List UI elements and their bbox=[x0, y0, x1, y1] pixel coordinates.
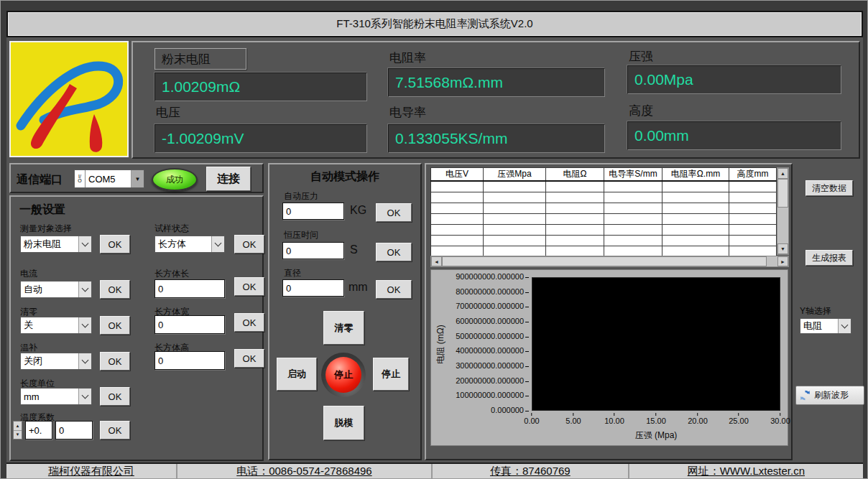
y-tick-label: 200000000.000000 bbox=[456, 376, 529, 385]
temp-coeff-input[interactable] bbox=[55, 421, 93, 440]
resistance-display: 1.00209mΩ bbox=[154, 73, 367, 101]
x-tick-label: 25.00 bbox=[729, 413, 749, 425]
combo-arrow-button[interactable]: ▼ bbox=[131, 170, 144, 187]
table-row bbox=[431, 203, 777, 214]
table-row bbox=[431, 236, 777, 246]
temp-coeff-exponent-input[interactable] bbox=[25, 421, 52, 440]
refresh-icon bbox=[800, 390, 811, 401]
cuboid-width-ok-button[interactable]: OK bbox=[234, 313, 264, 332]
stop-led-inner: 停止 bbox=[326, 357, 361, 393]
x-tick-label: 0.00 bbox=[524, 413, 539, 425]
general-settings-title: 一般设置 bbox=[19, 203, 65, 218]
length-unit-select[interactable]: mm bbox=[20, 388, 92, 405]
start-button[interactable]: 启动 bbox=[277, 358, 317, 391]
sample-state-select[interactable]: 长方体 bbox=[154, 236, 225, 253]
y-tick-label: 0.000000 bbox=[491, 406, 529, 414]
y-tick-label: 800000000.000000 bbox=[456, 287, 529, 296]
y-tick-label: 100000000.000000 bbox=[456, 391, 529, 399]
generate-report-button[interactable]: 生成报表 bbox=[805, 250, 853, 266]
scroll-down-icon[interactable]: ▼ bbox=[777, 243, 788, 254]
measure-object-select[interactable]: 粉末电阻 bbox=[20, 236, 92, 253]
auto-pressure-input[interactable] bbox=[282, 203, 344, 220]
general-settings-panel: 一般设置 测量对象选择 粉末电阻 OK 试样状态 长方体 OK 电流 自动 OK… bbox=[9, 195, 264, 461]
cuboid-height-ok-button[interactable]: OK bbox=[234, 349, 264, 368]
diameter-label: 直径 bbox=[284, 267, 301, 279]
chevron-down-icon[interactable] bbox=[78, 317, 91, 333]
chevron-down-icon[interactable] bbox=[211, 236, 224, 252]
cuboid-height-input[interactable] bbox=[154, 351, 225, 370]
hold-time-ok-button[interactable]: OK bbox=[376, 243, 412, 261]
hold-time-input[interactable] bbox=[282, 242, 344, 259]
chevron-down-icon[interactable] bbox=[78, 353, 91, 369]
stop-led: 停止 bbox=[321, 353, 366, 397]
data-table[interactable]: 电压V 压强Mpa 电阻Ω 电导率S/mm 电阻率Ω.mm 高度mm bbox=[430, 167, 777, 257]
table-vscrollbar[interactable]: ▲ ▼ bbox=[777, 167, 789, 255]
x-tick-label: 10.00 bbox=[604, 413, 624, 425]
temp-coeff-spinner[interactable]: ▲ ▼ bbox=[13, 421, 22, 440]
waveform-chart: 900000000.000000 800000000.000000 700000… bbox=[430, 269, 788, 446]
scroll-right-icon[interactable]: ► bbox=[777, 256, 788, 266]
hscroll-thumb[interactable] bbox=[442, 256, 767, 266]
measure-object-ok-button[interactable]: OK bbox=[100, 235, 130, 254]
refresh-waveform-button[interactable]: 刷新波形 bbox=[795, 386, 864, 405]
status-led: 成功 bbox=[152, 168, 198, 191]
scroll-up-icon[interactable]: ▲ bbox=[777, 168, 788, 179]
pressure-display: 0.00Mpa bbox=[627, 65, 841, 94]
chevron-down-icon[interactable] bbox=[78, 236, 91, 252]
cuboid-length-input[interactable] bbox=[154, 279, 225, 298]
y-tick-label: 300000000.000000 bbox=[456, 361, 529, 370]
x-tick-label: 20.00 bbox=[688, 413, 708, 425]
stop-led-label: 停止 bbox=[334, 368, 353, 381]
current-ok-button[interactable]: OK bbox=[100, 280, 130, 299]
table-row bbox=[431, 181, 777, 192]
chevron-down-icon[interactable] bbox=[78, 282, 91, 297]
spin-up-icon[interactable]: ▲ bbox=[14, 422, 22, 431]
conductivity-label: 电导率 bbox=[389, 104, 426, 121]
zero-button[interactable]: 清零 bbox=[323, 311, 364, 345]
data-panel: 电压V 压强Mpa 电阻Ω 电导率S/mm 电阻率Ω.mm 高度mm bbox=[425, 163, 793, 460]
chart-plot-area[interactable] bbox=[532, 277, 780, 411]
diameter-ok-button[interactable]: OK bbox=[376, 280, 412, 299]
footer-website: 网址：WWW.Lxtester.cn bbox=[629, 464, 863, 478]
hold-time-label: 恒压时间 bbox=[284, 229, 318, 241]
sample-state-ok-button[interactable]: OK bbox=[234, 235, 264, 254]
readings-panel: 粉末电阻 1.00209mΩ 电压 -1.00209mV 电阻率 7.51568… bbox=[131, 41, 860, 159]
chevron-down-icon[interactable] bbox=[838, 319, 851, 333]
y-axis-select[interactable]: 电阻 bbox=[800, 318, 851, 334]
temp-comp-select[interactable]: 关闭 bbox=[20, 353, 92, 370]
resistance-label: 粉末电阻 bbox=[162, 51, 211, 68]
page-title: FT-310系列智能粉末电阻率测试系统V2.0 bbox=[336, 17, 532, 31]
tab-powder-resistance[interactable]: 粉末电阻 bbox=[154, 48, 246, 70]
current-select[interactable]: 自动 bbox=[20, 281, 92, 298]
demold-button[interactable]: 脱模 bbox=[323, 406, 364, 440]
footer-phone: 电话：0086-0574-27868496 bbox=[177, 464, 433, 478]
status-led-label: 成功 bbox=[166, 174, 183, 186]
arrow-down-icon: ▼ bbox=[135, 176, 141, 182]
clear-data-button[interactable]: 清空数据 bbox=[805, 180, 853, 196]
stop-button[interactable]: 停止 bbox=[373, 358, 409, 391]
zeroing-select[interactable]: 关 bbox=[20, 317, 92, 334]
footer-company: 瑞柯仪器有限公司 bbox=[6, 464, 177, 478]
scroll-left-icon[interactable]: ◄ bbox=[431, 256, 442, 266]
cuboid-length-label: 长方体长 bbox=[154, 268, 189, 280]
title-bar: FT-310系列智能粉末电阻率测试系统V2.0 bbox=[6, 11, 863, 37]
chevron-down-icon[interactable] bbox=[78, 389, 91, 404]
app-window: FT-310系列智能粉末电阻率测试系统V2.0 粉末电阻 1.00209mΩ 电… bbox=[0, 0, 868, 479]
comm-panel: 通信端口 I/ O COM5 ▼ 成功 连接 bbox=[9, 163, 264, 193]
length-unit-ok-button[interactable]: OK bbox=[100, 387, 130, 406]
diameter-input[interactable] bbox=[282, 279, 344, 297]
vscroll-thumb[interactable] bbox=[777, 179, 788, 208]
col-height: 高度mm bbox=[729, 168, 777, 182]
auto-pressure-ok-button[interactable]: OK bbox=[376, 203, 412, 222]
table-hscrollbar[interactable]: ◄ ► bbox=[430, 256, 789, 267]
temp-coeff-ok-button[interactable]: OK bbox=[100, 421, 130, 440]
com-port-select[interactable]: I/ O COM5 ▼ bbox=[74, 169, 144, 188]
spin-down-icon[interactable]: ▼ bbox=[14, 431, 22, 440]
auto-mode-title: 自动模式操作 bbox=[269, 169, 420, 185]
temp-comp-ok-button[interactable]: OK bbox=[100, 352, 130, 371]
cuboid-length-ok-button[interactable]: OK bbox=[234, 277, 264, 296]
zeroing-ok-button[interactable]: OK bbox=[100, 316, 130, 335]
connect-button[interactable]: 连接 bbox=[206, 167, 251, 191]
cuboid-width-input[interactable] bbox=[154, 315, 225, 334]
sample-state-label: 试样状态 bbox=[154, 223, 189, 235]
